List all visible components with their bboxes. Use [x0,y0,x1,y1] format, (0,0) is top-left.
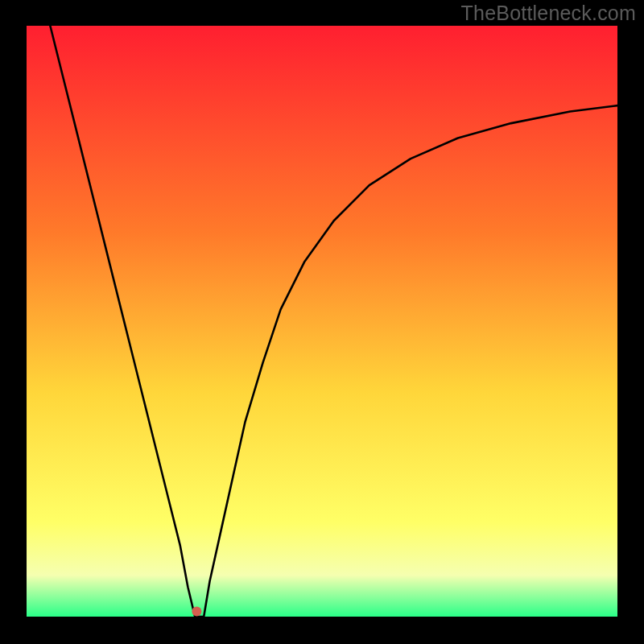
minimum-dot [192,606,201,616]
gradient-background [27,26,617,617]
watermark-text: TheBottleneck.com [461,2,636,25]
chart-frame: TheBottleneck.com [0,0,644,644]
plot-area [27,26,617,617]
chart-svg [27,26,617,617]
